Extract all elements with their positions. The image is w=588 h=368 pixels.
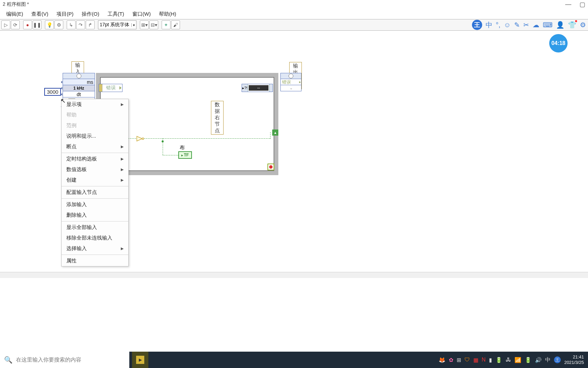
ctx-timed-palette[interactable]: 定时结构选板▶ — [62, 154, 128, 164]
not-gate[interactable] — [136, 136, 144, 142]
search-icon: 🔍 — [4, 356, 13, 364]
menu-operate[interactable]: 操作(O) — [78, 10, 103, 18]
ctx-description[interactable]: 说明和提示... — [62, 131, 128, 141]
chevron-down-icon: ▾ — [131, 23, 135, 27]
reorder-button[interactable]: 🖌 — [171, 20, 180, 29]
ctx-add-input[interactable]: 添加输入 — [62, 199, 128, 210]
tray-network-icon[interactable]: 🖧 — [506, 357, 511, 363]
stop-terminal[interactable] — [267, 164, 274, 170]
ime-gear-icon[interactable]: ⚙ — [580, 21, 586, 29]
clock-date: 2021/3/25 — [564, 360, 584, 365]
ctx-numeric-palette[interactable]: 数值选板▶ — [62, 164, 128, 175]
ime-lang-icon[interactable]: 中 — [486, 20, 492, 30]
tray-battery-icon[interactable]: 🔋 — [525, 357, 532, 363]
run-button[interactable]: ▷ — [1, 20, 10, 29]
taskbar-app-labview[interactable]: ▶ — [132, 352, 148, 368]
step-out-button[interactable]: ↱ — [86, 20, 95, 29]
ime-punct-icon[interactable]: °, — [496, 21, 501, 29]
distribute-button[interactable]: ⊟▾ — [149, 20, 158, 29]
timer-value: 04:18 — [552, 40, 566, 46]
ime-toolbar: 王 中 °, ☺ ✎ ✂ ☁ ⌨ 👤 👕 ⚙ — [472, 20, 586, 30]
menu-tools[interactable]: 工具(T) — [104, 10, 128, 18]
ctx-remove-input[interactable]: 删除输入 — [62, 210, 128, 220]
menu-window[interactable]: 窗口(W) — [129, 10, 154, 18]
ctx-create[interactable]: 创建▶ — [62, 175, 128, 185]
tray-wifi-icon[interactable]: 📶 — [514, 357, 521, 363]
svg-point-1 — [142, 138, 144, 140]
abort-button[interactable]: ● — [23, 20, 32, 29]
iteration-display[interactable]: ▸?! -- — [242, 84, 273, 92]
horizontal-scrollbar[interactable] — [0, 272, 588, 278]
font-selector[interactable]: 17pt 系统字体 ▾ — [98, 20, 136, 29]
ctx-examples[interactable]: 范例 — [62, 120, 128, 131]
ctx-configure-input[interactable]: 配置输入节点 — [62, 187, 128, 198]
step-over-button[interactable]: ↷ — [76, 20, 85, 29]
ctx-visible-items[interactable]: 显示项▶ — [62, 99, 128, 110]
iter-end-icon — [269, 84, 273, 92]
ime-scissors-icon[interactable]: ✂ — [523, 21, 529, 29]
taskbar-search[interactable]: 🔍 在这里输入你要搜索的内容 — [0, 352, 129, 368]
pause-button[interactable]: ❚❚ — [33, 20, 42, 29]
ime-emoji-icon[interactable]: ☺ — [504, 21, 511, 29]
tray-ime2-icon[interactable]: 王 — [554, 356, 561, 363]
taskbar-apps: ▶ — [132, 352, 148, 368]
run-cont-button[interactable]: ⟳ — [11, 20, 20, 29]
step-into-button[interactable]: ↳ — [67, 20, 76, 29]
menu-project[interactable]: 项目(P) — [53, 10, 77, 18]
iter-value: -- — [249, 85, 268, 91]
cleanup-button[interactable]: ✦ — [162, 20, 170, 29]
minimize-icon[interactable]: — — [565, 1, 571, 8]
ctx-remove-unwired[interactable]: 移除全部未连线输入 — [62, 233, 128, 243]
font-label: 17pt 系统字体 — [100, 22, 129, 28]
menu-help[interactable]: 帮助(H) — [156, 10, 180, 18]
arrow-icon: ▸ — [181, 153, 183, 157]
wire-junction-icon — [162, 140, 164, 142]
output-node[interactable]: 错误 ▸ ⌄ — [280, 73, 301, 91]
ctx-properties[interactable]: 属性 — [62, 256, 128, 266]
ime-skin-icon[interactable]: 👕 — [568, 21, 576, 29]
tray-volume-icon[interactable]: 🔊 — [535, 357, 542, 363]
tray-clock[interactable]: 21:41 2021/3/25 — [564, 354, 585, 365]
data-right-label: 数据右节点 — [211, 101, 224, 135]
numeric-constant[interactable]: 3000 — [44, 88, 61, 96]
ctx-help[interactable]: 帮助 — [62, 110, 128, 120]
error-cap-icon — [99, 84, 102, 92]
ctx-show-all-inputs[interactable]: 显示全部输入 — [62, 222, 128, 233]
ctx-breakpoint[interactable]: 断点▶ — [62, 141, 128, 152]
tray-icon[interactable]: 🛡 — [464, 357, 470, 363]
tray-icon[interactable]: 🦊 — [439, 357, 445, 363]
ime-user-icon[interactable]: 👤 — [556, 21, 565, 29]
ime-pen-icon[interactable]: ✎ — [514, 21, 520, 29]
tray-ime-icon[interactable]: 中 — [545, 356, 551, 364]
maximize-icon[interactable]: ▢ — [579, 1, 585, 8]
tray-icon[interactable]: ⊞ — [457, 357, 461, 363]
output-node-header — [280, 73, 301, 79]
tray-icon[interactable]: N — [482, 357, 486, 363]
menu-view[interactable]: 查看(V) — [28, 10, 52, 18]
row-dt[interactable]: dt — [63, 91, 95, 97]
search-placeholder: 在这里输入你要搜索的内容 — [16, 356, 81, 364]
error-in-terminal[interactable]: 错误 — [99, 84, 122, 92]
ctx-select-input[interactable]: 选择输入▶ — [62, 243, 128, 254]
bool-indicator[interactable]: ▸ TF — [178, 151, 192, 159]
row-error-out[interactable]: 错误 ▸ — [280, 79, 301, 85]
tray-icon[interactable]: ✿ — [449, 357, 453, 363]
tray-icon[interactable]: ▦ — [473, 357, 478, 363]
align-button[interactable]: ⊞▾ — [140, 20, 149, 29]
row-ms[interactable]: ms — [63, 79, 95, 85]
tray-usb-icon[interactable]: ▮ — [489, 357, 492, 363]
retain-wire-button[interactable]: ⚙ — [54, 20, 63, 29]
menu-edit[interactable]: 编辑(E) — [3, 10, 27, 18]
ime-cloud-icon[interactable]: ☁ — [533, 21, 539, 29]
recording-timer: 04:18 — [549, 34, 568, 52]
shift-register-right[interactable]: ▴ — [272, 129, 278, 136]
stop-dot-icon — [269, 165, 273, 169]
error-text: 错误 — [102, 85, 119, 91]
row-out-2[interactable]: ⌄ — [280, 85, 301, 91]
highlight-exec-button[interactable]: 💡 — [45, 20, 54, 29]
row-khz[interactable]: 1 kHz — [63, 85, 95, 91]
ime-keyboard-icon[interactable]: ⌨ — [543, 21, 553, 29]
wire — [163, 155, 178, 155]
tray-battery-icon[interactable]: 🔋 — [495, 357, 502, 363]
ime-logo-icon[interactable]: 王 — [472, 20, 482, 30]
